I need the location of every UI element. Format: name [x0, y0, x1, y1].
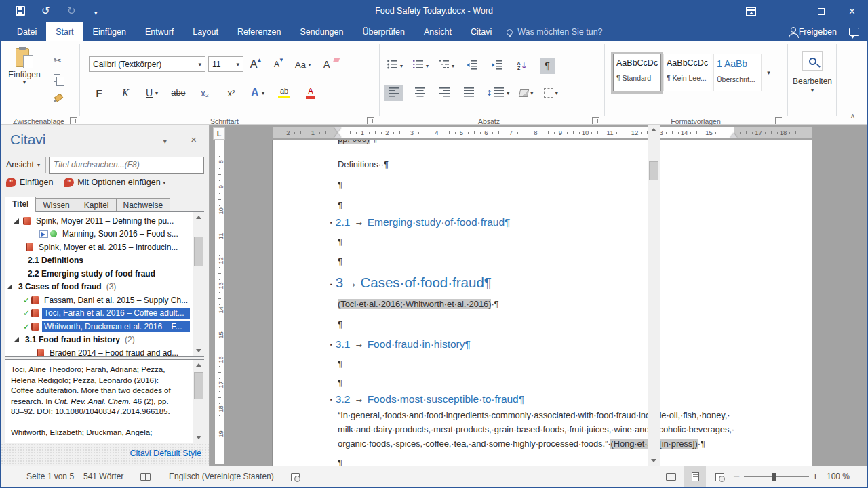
style-card-heading1[interactable]: 1 AaBb Überschrif... — [713, 54, 762, 92]
align-right-button[interactable] — [437, 85, 452, 101]
list-item[interactable]: Manning, Soon 2016 – Food s... — [5, 228, 203, 241]
list-item[interactable]: Braden 2014 – Food fraud and ad... — [5, 346, 203, 357]
line-spacing-button[interactable]: ↕▾ — [486, 85, 509, 101]
doc-paragraph[interactable]: ¶ — [338, 378, 342, 388]
highlight-button[interactable]: ab — [277, 85, 292, 101]
citavi-tab-wissen[interactable]: Wissen — [35, 198, 77, 212]
doc-paragraph[interactable]: “In·general,·foods·and·food·ingredients·… — [338, 410, 730, 420]
font-dialog-launcher[interactable] — [367, 117, 374, 124]
multilevel-list-button[interactable]: ▾ — [439, 58, 454, 74]
styles-gallery-more-icon[interactable]: ▾ — [762, 54, 776, 92]
zoom-in-button[interactable]: + — [812, 471, 819, 481]
insert-button[interactable]: "Einfügen — [6, 178, 53, 187]
tab-referenzen[interactable]: Referenzen — [228, 22, 291, 41]
zoom-level[interactable]: 100 % — [827, 472, 850, 481]
doc-paragraph[interactable]: ¶ — [338, 458, 342, 466]
strikethrough-button[interactable]: abe — [171, 85, 186, 101]
citavi-tab-titel[interactable]: Titel — [5, 197, 36, 212]
align-left-button[interactable] — [384, 85, 403, 101]
read-mode-button[interactable] — [660, 466, 682, 487]
decrease-indent-button[interactable] — [465, 58, 479, 74]
web-layout-button[interactable] — [709, 466, 730, 487]
style-card-no-spacing[interactable]: AaBbCcDc ¶ Kein Lee... — [663, 54, 711, 92]
paste-button[interactable]: Einfügen ▾ — [5, 44, 44, 112]
tell-me-box[interactable]: Was möchten Sie tun? — [501, 22, 602, 41]
numbering-button[interactable]: ▾ — [413, 58, 429, 74]
citation-style-link[interactable]: Citavi Default Style — [130, 449, 201, 458]
insert-with-options-button[interactable]: "Mit Optionen einfügen ▾ — [64, 178, 165, 187]
font-size-combo[interactable]: 11 ▾ — [208, 56, 243, 72]
list-item[interactable]: 3.1 Food fraud in history(2) — [5, 333, 203, 347]
pane-options-icon[interactable]: ▾ — [163, 137, 167, 146]
tab-entwurf[interactable]: Entwurf — [136, 22, 183, 41]
doc-heading[interactable]: ▪3.1→Food·fraud·in·history¶ — [338, 338, 471, 350]
change-case-button[interactable]: Aa ▾ — [295, 56, 311, 73]
font-color-button[interactable]: A — [303, 85, 318, 101]
tab-citavi[interactable]: Citavi — [461, 22, 501, 41]
grow-font-button[interactable]: A▲ — [249, 56, 264, 73]
list-item[interactable]: 2.2 Emerging study of food fraud — [5, 267, 203, 281]
justify-button[interactable] — [462, 85, 477, 101]
doc-paragraph[interactable]: ¶ — [338, 359, 342, 369]
zoom-slider-thumb[interactable] — [772, 473, 776, 481]
zoom-out-button[interactable]: − — [733, 471, 741, 481]
expander-icon[interactable] — [14, 337, 19, 342]
doc-paragraph[interactable]: (Toci·et·al.·2016;·Whitworth·et·al.·2016… — [338, 299, 499, 309]
horizontal-ruler[interactable]: 211234567891011121314151718 — [273, 127, 812, 138]
collapse-ribbon-icon[interactable]: ∧ — [850, 112, 855, 119]
shading-button[interactable]: ▾ — [519, 85, 534, 101]
detail-scrollbar[interactable] — [193, 360, 204, 443]
align-center-button[interactable] — [413, 85, 428, 101]
document-scrollbar[interactable] — [648, 125, 660, 466]
tab-stop-selector[interactable]: L — [213, 127, 225, 140]
vertical-ruler[interactable]: 8910111213141516171819 — [215, 140, 224, 464]
doc-heading[interactable]: ▪3→Cases·of·food·fraud¶ — [338, 274, 492, 291]
styles-dialog-launcher[interactable] — [775, 117, 782, 124]
italic-button[interactable]: K — [118, 85, 133, 101]
doc-heading[interactable]: ▪2.1→Emerging·study·of·food·fraud¶ — [338, 216, 510, 228]
minimize-button[interactable] — [774, 1, 805, 22]
bold-button[interactable]: F — [92, 85, 106, 101]
text-effects-button[interactable]: A ▾ — [250, 85, 265, 101]
share-button[interactable]: Freigeben — [791, 27, 837, 37]
search-input[interactable] — [49, 157, 204, 174]
view-dropdown[interactable]: Ansicht▾ — [6, 160, 45, 169]
style-card-standard[interactable]: AaBbCcDc ¶ Standard — [613, 54, 661, 92]
tab-sendungen[interactable]: Sendungen — [291, 22, 353, 41]
editing-group[interactable]: Bearbeiten ▾ — [793, 51, 832, 94]
citavi-tab-kapitel[interactable]: Kapitel — [77, 198, 117, 212]
sort-button[interactable]: AZ↓ — [515, 58, 530, 74]
doc-heading[interactable]: ▪3.2→Foods·most·susceptible·to·fraud¶ — [338, 393, 524, 405]
shrink-font-button[interactable]: A▼ — [272, 56, 287, 73]
font-name-combo[interactable]: Calibri (Textkörper) ▾ — [89, 56, 205, 72]
show-formatting-marks-button[interactable]: ¶ — [540, 58, 555, 74]
expander-icon[interactable] — [14, 218, 19, 224]
comments-icon[interactable] — [849, 28, 859, 36]
doc-paragraph[interactable]: ¶ — [338, 180, 342, 190]
print-layout-button[interactable] — [684, 466, 706, 487]
doc-paragraph[interactable]: milk·and·dairy·products,·meat·products,·… — [338, 424, 734, 434]
increase-indent-button[interactable] — [490, 58, 505, 74]
citavi-tab-nachweise[interactable]: Nachweise — [116, 198, 171, 212]
list-item[interactable]: ✓Toci, Farah et al. 2016 – Coffee adult.… — [5, 307, 203, 321]
language-indicator[interactable]: Englisch (Vereinigte Staaten) — [169, 472, 274, 481]
doc-paragraph[interactable]: ¶ — [338, 200, 342, 210]
tab-überprüfen[interactable]: Überprüfen — [353, 22, 414, 41]
doc-paragraph[interactable]: pp. 000)·¶ — [338, 140, 377, 144]
zoom-slider-track[interactable] — [744, 476, 809, 477]
copy-icon[interactable] — [54, 74, 60, 82]
pane-close-icon[interactable]: × — [191, 134, 197, 145]
clipboard-dialog-launcher[interactable] — [70, 117, 77, 124]
tab-einfügen[interactable]: Einfügen — [83, 22, 136, 41]
tab-layout[interactable]: Layout — [183, 22, 228, 41]
doc-paragraph[interactable]: Definitions··¶ — [338, 159, 389, 169]
list-item[interactable]: ✓Whitworth, Druckman et al. 2016 – F... — [5, 320, 203, 333]
list-item[interactable]: 2.1 Definitions — [5, 254, 203, 268]
format-painter-icon[interactable] — [54, 94, 62, 103]
ind-first-indent-marker[interactable] — [334, 127, 341, 132]
expander-icon[interactable] — [7, 284, 12, 289]
word-count[interactable]: 541 Wörter — [83, 472, 123, 481]
list-scrollbar[interactable] — [193, 212, 204, 356]
cut-icon[interactable]: ✂ — [54, 55, 62, 66]
doc-paragraph[interactable]: ¶ — [338, 237, 342, 247]
